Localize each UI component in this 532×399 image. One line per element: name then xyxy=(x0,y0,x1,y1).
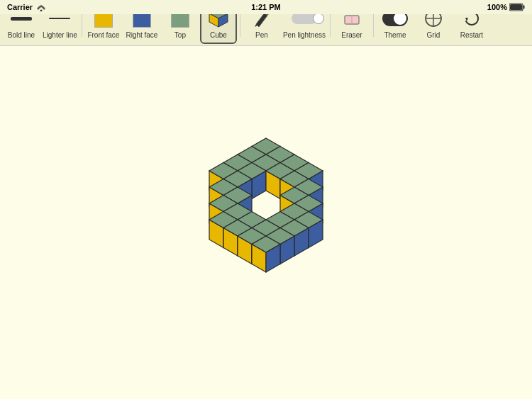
pen-lightness-label: Pen lightness xyxy=(283,31,326,39)
wifi-icon xyxy=(35,3,47,11)
eraser-label: Eraser xyxy=(341,31,362,39)
canvas-area: .cube-top { fill: #7a9e7e; stroke: #2a2a… xyxy=(0,46,532,399)
battery-label: 100% xyxy=(487,3,507,11)
bold-line-label: Bold line xyxy=(8,31,35,39)
svg-point-0 xyxy=(40,10,43,12)
svg-rect-3 xyxy=(510,4,522,10)
lighter-line-label: Lighter line xyxy=(43,31,77,39)
right-face-label: Right face xyxy=(126,31,157,39)
status-time: 1:21 PM xyxy=(251,3,281,11)
pen-label: Pen xyxy=(255,31,268,39)
carrier-label: Carrier xyxy=(7,3,33,11)
svg-rect-2 xyxy=(523,6,525,9)
theme-label: Theme xyxy=(384,31,406,39)
status-left: Carrier xyxy=(7,3,47,11)
top-face-label: Top xyxy=(174,31,186,39)
status-right: 100% xyxy=(487,3,525,11)
grid-label: Grid xyxy=(427,31,440,39)
cube-label: Cube xyxy=(210,31,227,39)
battery-icon xyxy=(509,3,525,11)
restart-label: Restart xyxy=(460,31,483,39)
cube-ring-drawing: .cube-top { fill: #7a9e7e; stroke: #2a2a… xyxy=(131,95,401,350)
status-bar: Carrier 1:21 PM 100% xyxy=(0,0,532,14)
front-face-label: Front face xyxy=(87,31,119,39)
